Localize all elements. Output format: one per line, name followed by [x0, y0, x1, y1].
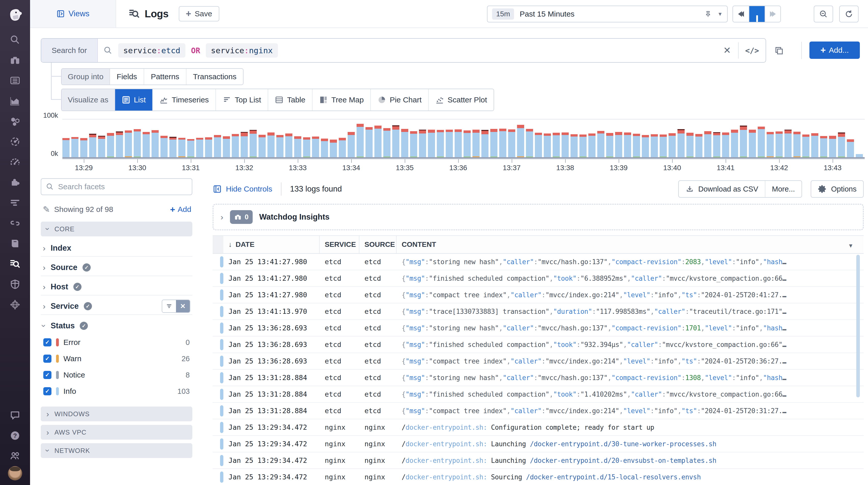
views-button[interactable]: Views — [56, 9, 89, 18]
options-button[interactable]: Options — [811, 180, 864, 198]
histogram-bar[interactable] — [704, 131, 711, 157]
histogram-bar[interactable] — [312, 137, 319, 157]
facet-item-host[interactable]: › Host✓ — [41, 279, 192, 296]
histogram-bar[interactable] — [526, 129, 533, 157]
log-row[interactable]: Jan 25 13:36:28.693 etcd etcd {"msg":"fi… — [213, 336, 864, 353]
histogram-bar[interactable] — [178, 138, 185, 157]
checkbox-checked[interactable]: ✓ — [43, 371, 52, 379]
add-facet-button[interactable]: +Add — [170, 205, 191, 214]
log-row[interactable]: Jan 25 13:36:28.693 etcd etcd {"msg":"st… — [213, 320, 864, 336]
column-header-content[interactable]: CONTENT — [397, 236, 864, 253]
histogram-bar[interactable] — [348, 132, 355, 157]
histogram-bar[interactable] — [241, 132, 248, 157]
histogram-bar[interactable] — [784, 130, 792, 157]
histogram-bar[interactable] — [383, 128, 391, 157]
column-header-source[interactable]: SOURCE — [360, 236, 397, 253]
histogram-bar[interactable] — [160, 136, 167, 157]
log-row[interactable]: Jan 25 13:31:28.884 etcd etcd {"msg":"co… — [213, 403, 864, 419]
histogram-bar[interactable] — [669, 133, 676, 157]
histogram-bar[interactable] — [89, 134, 96, 157]
histogram-bar[interactable] — [562, 132, 569, 157]
histogram-bar[interactable] — [847, 139, 854, 157]
facet-item-index[interactable]: › Index — [41, 240, 192, 257]
histogram-bar[interactable] — [731, 130, 738, 157]
watchdog-binoculars-icon[interactable] — [0, 50, 30, 70]
histogram-bar[interactable] — [356, 124, 364, 157]
histogram-bar[interactable] — [713, 132, 720, 157]
histogram-bar[interactable] — [392, 125, 399, 157]
histogram-bar[interactable] — [553, 133, 560, 157]
histogram-bar[interactable] — [749, 130, 756, 157]
feedback-chat-icon[interactable] — [0, 405, 30, 425]
status-option-warn[interactable]: ✓ Warn 26 — [41, 351, 192, 367]
edit-pencil-icon[interactable]: ✎ — [43, 204, 50, 214]
histogram-bar[interactable] — [446, 130, 453, 157]
log-row[interactable]: Jan 25 13:41:13.970 etcd etcd {"msg":"tr… — [213, 303, 864, 320]
watchdog-insights-panel[interactable]: › 0 Watchdog Insights — [213, 204, 864, 230]
histogram-bar[interactable] — [152, 130, 159, 157]
histogram-bar[interactable] — [660, 134, 667, 157]
histogram-bar[interactable] — [580, 134, 587, 157]
histogram-bar[interactable] — [686, 133, 693, 157]
group-tab-patterns[interactable]: Patterns — [144, 69, 186, 85]
histogram-bar[interactable] — [624, 132, 631, 157]
facet-section-windows[interactable]: ›WINDOWS — [41, 406, 192, 421]
facet-item-status[interactable]: › Status ✓ — [41, 317, 192, 334]
histogram-bar[interactable] — [276, 135, 283, 157]
checkbox-checked[interactable]: ✓ — [43, 387, 52, 395]
time-backward-button[interactable] — [733, 6, 749, 22]
histogram-bar[interactable] — [508, 129, 515, 157]
status-option-info[interactable]: ✓ Info 103 — [41, 383, 192, 399]
histogram-bar[interactable] — [829, 136, 836, 157]
histogram-bar[interactable] — [767, 132, 774, 157]
log-row[interactable]: Jan 25 13:41:27.980 etcd etcd {"msg":"fi… — [213, 270, 864, 287]
histogram-bar[interactable] — [401, 129, 408, 157]
histogram-bar[interactable] — [98, 136, 105, 157]
histogram-bar[interactable] — [62, 138, 69, 157]
log-row[interactable]: Jan 25 13:31:28.884 etcd etcd {"msg":"fi… — [213, 386, 864, 403]
histogram-bar[interactable] — [758, 127, 765, 157]
histogram-bar[interactable] — [695, 134, 703, 157]
facet-section-network[interactable]: ›NETWORK — [41, 443, 192, 458]
network-globe-icon[interactable] — [0, 295, 30, 315]
histogram-bar[interactable] — [437, 130, 444, 157]
histogram-bar[interactable] — [303, 137, 310, 157]
histogram-bar[interactable] — [517, 125, 524, 157]
histogram-bar[interactable] — [455, 129, 462, 157]
add-button[interactable]: + Add... — [809, 41, 860, 59]
histogram-bar[interactable] — [651, 134, 658, 157]
histogram-bar[interactable] — [205, 137, 212, 157]
datadog-logo-icon[interactable] — [0, 0, 30, 30]
histogram-bar[interactable] — [642, 135, 649, 157]
histogram-bar[interactable] — [490, 129, 497, 157]
viz-option-top-list[interactable]: Top List — [215, 89, 268, 111]
log-row[interactable]: Jan 25 13:29:34.472 nginx nginx /docker-… — [213, 436, 864, 452]
histogram-bar[interactable] — [606, 133, 613, 157]
log-volume-histogram[interactable] — [62, 115, 865, 159]
histogram-bar[interactable] — [214, 135, 221, 157]
histogram-bar[interactable] — [366, 127, 373, 157]
histogram-bar[interactable] — [285, 133, 292, 157]
histogram-bar[interactable] — [633, 134, 640, 157]
time-range-picker[interactable]: 15m Past 15 Minutes ▼ — [487, 6, 728, 23]
histogram-bar[interactable] — [143, 132, 150, 157]
histogram-bar[interactable] — [597, 131, 604, 157]
query-chip[interactable]: service:etcd — [118, 43, 185, 58]
histogram-bar[interactable] — [339, 138, 346, 157]
log-row[interactable]: Jan 25 13:29:34.472 nginx nginx /docker-… — [213, 452, 864, 469]
histogram-bar[interactable] — [570, 134, 578, 157]
viz-option-list[interactable]: List — [115, 89, 153, 111]
search-facets-input[interactable]: Search facets — [41, 178, 192, 195]
search-bar[interactable]: Search for service:etcdORservice:nginx ✕… — [41, 38, 766, 63]
histogram-bar[interactable] — [125, 130, 132, 157]
histogram-bar[interactable] — [499, 129, 506, 157]
facet-item-source[interactable]: › Source✓ — [41, 259, 192, 276]
histogram-bar[interactable] — [794, 132, 801, 157]
histogram-bar[interactable] — [776, 131, 783, 157]
log-row[interactable]: Jan 25 13:31:28.884 etcd etcd {"msg":"st… — [213, 370, 864, 386]
viz-option-timeseries[interactable]: Timeseries — [152, 89, 215, 111]
viz-option-table[interactable]: Table — [268, 89, 312, 111]
histogram-bar[interactable] — [544, 133, 551, 157]
histogram-bar[interactable] — [802, 134, 809, 157]
query-chip[interactable]: service:nginx — [206, 43, 278, 58]
